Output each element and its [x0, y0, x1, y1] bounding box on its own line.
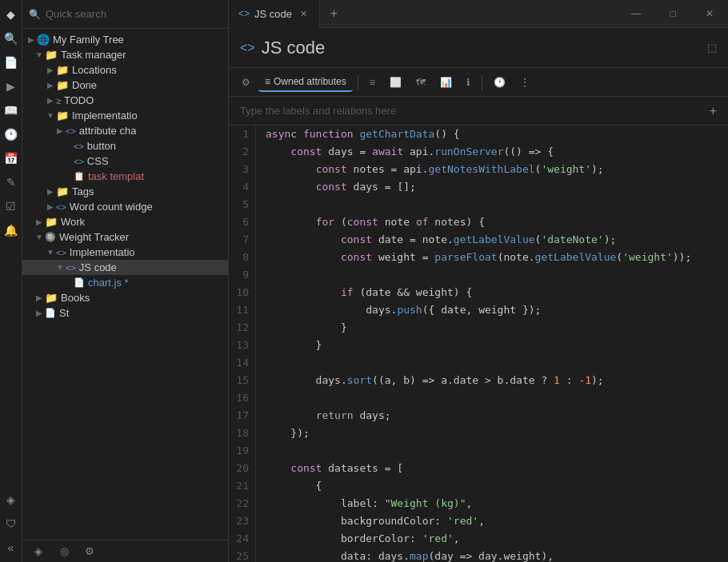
owned-attrs-label: Owned attributes: [274, 76, 346, 87]
search-bar-icon: 🔍: [29, 9, 41, 20]
sidebar-tree: ▶ 🌐 My Family Tree ▼ 📁 Task manager ▶ 📁 …: [22, 29, 228, 540]
tab-close-button[interactable]: ✕: [297, 7, 310, 20]
collapse-icon[interactable]: «: [2, 538, 21, 557]
sidebar: 🔍 ▶ 🌐 My Family Tree ▼ 📁 Task manager ▶ …: [22, 0, 229, 562]
labels-placeholder: Type the labels and relations here: [240, 105, 710, 117]
sidebar-item-js-code[interactable]: ▼ <> JS code: [22, 260, 228, 275]
search-icon[interactable]: 🔍: [2, 29, 21, 48]
sidebar-item-word-count[interactable]: ▶ <> Word count widge: [22, 199, 228, 214]
toolbar-list-button[interactable]: ≡: [363, 74, 382, 91]
layers-icon[interactable]: ◈: [2, 490, 21, 509]
logo-icon[interactable]: ◆: [2, 5, 21, 24]
sidebar-item-implementation2[interactable]: ▼ <> Implementatio: [22, 245, 228, 260]
sidebar-item-label: Locations: [72, 64, 117, 76]
sidebar-item-label: Task manager: [61, 49, 126, 61]
sidebar-item-task-template[interactable]: 📋 task templat: [22, 169, 228, 184]
folder-icon: 📁: [56, 110, 69, 122]
layers-bottom-icon[interactable]: ◈: [29, 542, 48, 561]
sidebar-item-implementation[interactable]: ▼ 📁 Implementatio: [22, 108, 228, 123]
search-bar: 🔍: [22, 0, 228, 29]
code-area[interactable]: 12345 678910 1112131415 1617181920 21222…: [229, 126, 728, 562]
list-icon: ≡: [370, 77, 375, 88]
toolbar-info-button[interactable]: ℹ: [460, 74, 477, 91]
search-input[interactable]: [46, 8, 222, 20]
tab-js-code[interactable]: <> JS code ✕: [229, 0, 320, 28]
sidebar-item-label: attribute cha: [79, 125, 137, 137]
arrow-icon: ▶: [34, 293, 45, 302]
sidebar-item-label: My Family Tree: [53, 34, 124, 46]
close-button[interactable]: ✕: [691, 0, 728, 28]
sidebar-item-my-family-tree[interactable]: ▶ 🌐 My Family Tree: [22, 32, 228, 47]
arrow-icon: ▼: [45, 111, 56, 120]
arrow-icon: ▶: [45, 96, 56, 105]
arrow-icon: ▶: [45, 202, 56, 211]
sidebar-item-label: St: [59, 307, 69, 319]
toolbar-history-button[interactable]: 🕐: [487, 74, 512, 91]
book-icon[interactable]: 📖: [2, 101, 21, 120]
map-icon: 🗺: [416, 77, 426, 88]
sidebar-item-attr-cha[interactable]: ▶ <> attribute cha: [22, 123, 228, 138]
doc-icon: 📄: [45, 308, 56, 318]
sidebar-item-label: Tags: [72, 185, 94, 197]
target-bottom-icon[interactable]: ◎: [54, 542, 74, 561]
sidebar-item-work[interactable]: ▶ 📁 Work: [22, 214, 228, 229]
sidebar-item-label: Done: [72, 79, 97, 91]
tracker-icon: 🔘: [45, 232, 56, 242]
arrow-icon: ▶: [54, 126, 66, 135]
arrow-icon: ▼: [34, 50, 45, 59]
history-icon: 🕐: [494, 77, 506, 88]
toolbar: ⚙ ≡ Owned attributes ≡ ⬜ 🗺 📊 ℹ 🕐 ⋮: [229, 68, 728, 97]
sidebar-item-tags[interactable]: ▶ 📁 Tags: [22, 184, 228, 199]
shield-icon[interactable]: 🛡: [2, 514, 21, 533]
left-icon-rail: ◆ 🔍 📄 ▶ 📖 🕐 📅 ✎ ☑ 🔔 ◈ 🛡 «: [0, 0, 22, 562]
folder-icon: 📁: [56, 64, 69, 76]
toolbar-chart-button[interactable]: 📊: [434, 74, 458, 91]
sidebar-item-task-manager[interactable]: ▼ 📁 Task manager: [22, 47, 228, 62]
folder-icon: 📁: [45, 49, 58, 61]
history-icon[interactable]: 🕐: [2, 125, 21, 144]
more-icon: ⋮: [520, 77, 530, 88]
sidebar-item-label: chart.js *: [88, 277, 129, 289]
main-area: <> JS code ✕ + — □ ✕ <> JS code ⬚ ⚙ ≡ Ow…: [229, 0, 728, 562]
toolbar-sliders-button[interactable]: ⚙: [235, 74, 257, 91]
sidebar-item-label: JS code: [79, 261, 117, 273]
labels-bar: Type the labels and relations here +: [229, 97, 728, 126]
folder-icon: 📁: [56, 185, 69, 197]
tab-add-button[interactable]: +: [320, 0, 348, 28]
tab-code-icon: <>: [238, 8, 250, 19]
toolbar-owned-attrs-button[interactable]: ≡ Owned attributes: [258, 73, 353, 92]
sidebar-item-todo[interactable]: ▶ ≥ TODO: [22, 93, 228, 108]
sidebar-item-locations[interactable]: ▶ 📁 Locations: [22, 62, 228, 78]
folder-icon: 📁: [56, 79, 69, 91]
toolbar-more-button[interactable]: ⋮: [514, 74, 536, 91]
doc-icon[interactable]: 📄: [2, 53, 21, 72]
arrow-icon: ▶: [26, 35, 37, 44]
header-expand-button[interactable]: ⬚: [707, 42, 717, 54]
add-doc-icon[interactable]: ✎: [2, 173, 21, 192]
minimize-button[interactable]: —: [618, 0, 654, 28]
checkbox-icon[interactable]: ☑: [2, 197, 21, 216]
labels-add-button[interactable]: +: [710, 104, 717, 118]
sidebar-item-books[interactable]: ▶ 📁 Books: [22, 290, 228, 305]
sidebar-item-label: Books: [61, 292, 90, 304]
toolbar-table-button[interactable]: ⬜: [383, 74, 408, 91]
calendar-icon[interactable]: 📅: [2, 149, 21, 168]
toolbar-map-button[interactable]: 🗺: [410, 74, 432, 91]
sidebar-item-css[interactable]: <> CSS: [22, 153, 228, 169]
chart-icon: 📊: [440, 77, 452, 88]
sidebar-item-done[interactable]: ▶ 📁 Done: [22, 78, 228, 93]
todo-icon: ≥: [56, 96, 61, 106]
settings-bottom-icon[interactable]: ⚙: [80, 542, 99, 561]
sidebar-item-button[interactable]: <> button: [22, 138, 228, 153]
bell-icon[interactable]: 🔔: [2, 221, 21, 240]
sidebar-item-st[interactable]: ▶ 📄 St: [22, 305, 228, 321]
window-controls: — □ ✕: [618, 0, 728, 28]
code-icon: <>: [56, 248, 66, 257]
nav-icon[interactable]: ▶: [2, 77, 21, 96]
maximize-button[interactable]: □: [654, 0, 691, 28]
sidebar-item-label: Work: [61, 216, 85, 228]
table-icon: ⬜: [390, 77, 402, 88]
arrow-icon: ▶: [34, 217, 45, 226]
sidebar-item-weight-tracker[interactable]: ▼ 🔘 Weight Tracker: [22, 229, 228, 245]
sidebar-item-chart-js[interactable]: 📄 chart.js *: [22, 275, 228, 290]
